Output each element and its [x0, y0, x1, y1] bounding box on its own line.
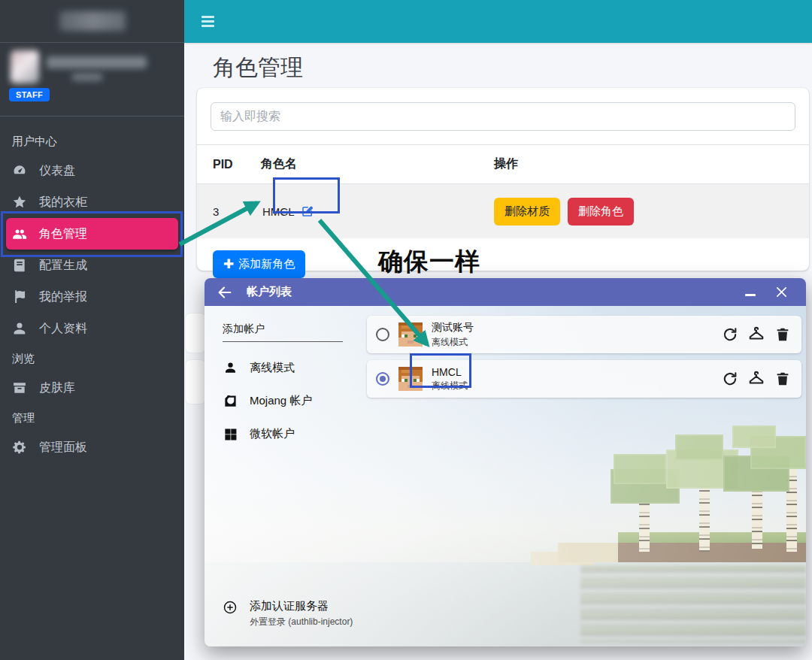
skin-hanger-icon[interactable]: [748, 371, 765, 387]
minimize-button[interactable]: [745, 287, 756, 298]
person-icon: [223, 360, 238, 375]
add-auth-server-label: 添加认证服务器: [250, 599, 353, 613]
add-account-header: 添加帐户: [223, 322, 343, 342]
plus-icon: ✚: [223, 258, 234, 271]
sidebar-item-skin-library[interactable]: 皮肤库: [0, 372, 184, 404]
character-name-text: HMCL: [262, 205, 295, 218]
radio-unselected[interactable]: [376, 328, 389, 341]
table-header-row: PID 角色名 操作: [197, 145, 809, 184]
gear-icon: [11, 438, 29, 456]
delete-character-button[interactable]: 删除角色: [568, 198, 634, 226]
table-row: 3 HMCL 删除材质 删除角色: [197, 184, 809, 238]
delete-icon[interactable]: [774, 326, 791, 343]
add-character-label: 添加新角色: [238, 257, 295, 271]
background-card-edge: [186, 360, 205, 404]
sidebar-item-label: 我的举报: [39, 289, 87, 305]
sidebar-section-user-center: 用户中心: [0, 127, 184, 155]
book-icon: [11, 256, 29, 274]
sidebar-item-character-management[interactable]: 角色管理: [6, 218, 178, 250]
sidebar-item-my-reports[interactable]: 我的举报: [0, 281, 184, 313]
sidebar-item-label: 个人资料: [39, 321, 87, 337]
close-icon[interactable]: [775, 286, 788, 298]
users-icon: [11, 225, 29, 243]
radio-selected[interactable]: [376, 372, 389, 386]
refresh-icon[interactable]: [722, 371, 738, 387]
menu-item-label: 微软帐户: [250, 427, 295, 441]
sidebar-item-admin-panel[interactable]: 管理面板: [0, 431, 184, 463]
hmcl-account-window: 帐户列表: [205, 278, 806, 646]
cell-character-name: HMCL: [261, 197, 320, 226]
menu-item-microsoft-account[interactable]: 微软帐户: [223, 426, 355, 441]
account-list: 测试账号 离线模式: [367, 316, 801, 398]
sidebar-item-label: 仪表盘: [39, 163, 75, 179]
user-panel: STAFF: [0, 43, 184, 117]
table-header-name: 角色名: [261, 156, 494, 172]
brand-bar: [0, 0, 184, 43]
add-character-button[interactable]: ✚ 添加新角色: [213, 250, 305, 278]
delete-texture-button[interactable]: 删除材质: [494, 198, 560, 226]
user-subtext-blurred: [72, 73, 102, 81]
cell-pid: 3: [197, 205, 261, 218]
add-account-menu: 添加帐户 离线模式 Mojang 帐户 微软帐户: [223, 322, 355, 441]
sidebar-section-admin: 管理: [0, 404, 184, 431]
sidebar-item-dashboard[interactable]: 仪表盘: [0, 155, 184, 186]
account-row-hmcl[interactable]: HMCL 离线模式: [367, 360, 801, 398]
minecraft-avatar: [398, 322, 423, 347]
page-title: 角色管理: [213, 53, 303, 83]
site-logo-blurred: [59, 11, 126, 31]
sidebar-item-label: 我的衣柜: [39, 195, 87, 210]
top-navbar: [184, 0, 812, 43]
gauge-icon: [11, 162, 29, 180]
account-type: 离线模式: [432, 380, 468, 392]
account-row-test[interactable]: 测试账号 离线模式: [367, 316, 801, 353]
flag-icon: [11, 288, 29, 306]
sidebar-item-label: 角色管理: [39, 226, 87, 242]
microsoft-icon: [223, 426, 238, 441]
annotation-text: 确保一样: [378, 245, 480, 279]
menu-item-label: Mojang 帐户: [250, 394, 312, 408]
sidebar-item-closet[interactable]: 我的衣柜: [0, 186, 184, 218]
sidebar-item-profile[interactable]: 个人资料: [0, 313, 184, 344]
sidebar-section-browse: 浏览: [0, 344, 184, 372]
avatar: [11, 50, 39, 83]
sidebar: STAFF 用户中心 仪表盘 我的衣柜 角色管理 配置: [0, 0, 184, 660]
add-auth-server[interactable]: 添加认证服务器 外置登录 (authlib-injector): [223, 599, 353, 628]
mojang-icon: [223, 393, 238, 408]
account-name: 测试账号: [432, 321, 474, 335]
skin-hanger-icon[interactable]: [748, 326, 765, 343]
edit-icon[interactable]: [301, 204, 314, 218]
sidebar-item-label: 管理面板: [39, 440, 87, 456]
window-title: 帐户列表: [247, 285, 292, 299]
refresh-icon[interactable]: [722, 326, 738, 343]
search-input[interactable]: [211, 102, 795, 131]
username-blurred: [47, 56, 147, 68]
account-type: 离线模式: [432, 336, 474, 349]
star-icon: [11, 193, 29, 211]
character-table-card: PID 角色名 操作 3 HMCL 删除材质 删除角色 ✚ 添加新角色: [197, 88, 809, 271]
delete-icon[interactable]: [774, 371, 791, 387]
sidebar-item-label: 配置生成: [39, 258, 87, 274]
sidebar-item-label: 皮肤库: [39, 380, 75, 396]
background-card-edge: [186, 313, 205, 353]
back-arrow-icon[interactable]: [217, 283, 235, 301]
menu-item-offline-mode[interactable]: 离线模式: [223, 360, 355, 375]
sidebar-item-config-generator[interactable]: 配置生成: [0, 250, 184, 281]
window-titlebar: 帐户列表: [205, 278, 806, 306]
plus-circle-icon: [223, 600, 238, 615]
add-auth-server-subtitle: 外置登录 (authlib-injector): [250, 616, 353, 628]
table-header-pid: PID: [197, 158, 261, 171]
menu-item-mojang-account[interactable]: Mojang 帐户: [223, 393, 355, 408]
user-icon: [11, 319, 29, 338]
archive-icon: [11, 379, 29, 397]
account-name: HMCL: [432, 366, 468, 378]
table-header-actions: 操作: [494, 156, 809, 172]
minecraft-avatar: [398, 367, 423, 391]
menu-item-label: 离线模式: [250, 361, 295, 375]
hamburger-menu-icon[interactable]: [201, 16, 214, 29]
status-badge: STAFF: [9, 88, 50, 101]
sidebar-nav: 用户中心 仪表盘 我的衣柜 角色管理 配置生成: [0, 117, 184, 463]
